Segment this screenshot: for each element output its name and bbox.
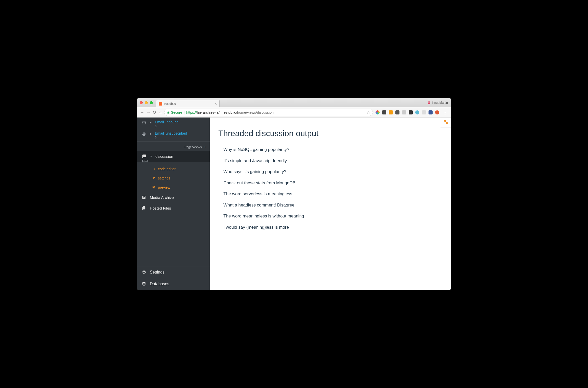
thread-node: Why is NoSQL gaining popularity? [223, 144, 442, 155]
home-button[interactable]: ⌂ [159, 110, 162, 115]
traffic-lights [140, 101, 153, 104]
extension-icon[interactable] [409, 110, 413, 114]
lock-icon [167, 111, 170, 114]
back-button[interactable]: ← [140, 110, 144, 115]
view-type-badge: html [137, 160, 210, 164]
collection-count: 0 [155, 125, 206, 128]
profile-indicator[interactable]: Knut Martin [427, 98, 448, 107]
hand-icon [141, 131, 147, 136]
database-icon [141, 282, 147, 286]
chat-icon [141, 154, 147, 159]
url-protocol: https:// [186, 110, 197, 114]
browser-tab[interactable]: restdb.io × [156, 100, 220, 107]
sidebar-item-label: Databases [150, 282, 169, 286]
chevron-down-icon: ▼ [150, 155, 152, 158]
extension-icon[interactable] [376, 110, 380, 114]
thread-node: The word meaningless is without meaning [223, 210, 442, 222]
sidebar-item-databases[interactable]: Databases [137, 278, 210, 290]
files-icon [141, 206, 147, 210]
secure-indicator: Secure [167, 110, 182, 114]
gears-icon [443, 119, 448, 125]
thread-node: I would say (meaning)less is more [223, 222, 442, 233]
sidebar-item-media-archive[interactable]: Media Archive [137, 192, 210, 203]
sidebar-item-label: Settings [150, 270, 165, 275]
add-view-button[interactable]: + [204, 145, 206, 149]
tab-close-button[interactable]: × [215, 102, 217, 106]
caret-right-icon: ▶ [150, 120, 152, 124]
browser-menu-button[interactable]: ⋮ [442, 110, 448, 115]
sidebar: ▶ Email_inbound 0 ▶ Email_unsubscribed 0… [137, 118, 210, 290]
sidebar-item-hosted-files[interactable]: Hosted Files [137, 203, 210, 213]
tab-strip: restdb.io × [156, 98, 448, 107]
subnav-code-editor[interactable]: code editor [137, 164, 210, 174]
url-path: /home/views/discussion [236, 110, 274, 114]
extension-icon[interactable] [429, 110, 433, 114]
thread-node: What a headless comment! Disagree. [223, 199, 442, 211]
subnav-label: code editor [158, 167, 176, 171]
subnav-label: preview [158, 185, 170, 189]
main-content: Threaded discussion output Why is NoSQL … [210, 118, 451, 290]
extension-icon[interactable] [402, 110, 406, 114]
window-zoom-button[interactable] [150, 101, 153, 104]
browser-window: restdb.io × Knut Martin ← → ⟳ ⌂ Secure |… [137, 98, 451, 290]
wrench-icon [152, 176, 155, 180]
thread-node: Who says it's gaining popularity? [223, 166, 442, 177]
extension-icon[interactable] [415, 110, 419, 114]
page-settings-button[interactable] [440, 118, 451, 127]
forward-button[interactable]: → [146, 110, 151, 115]
extension-icons: ⋮ [376, 110, 448, 115]
page-title: Threaded discussion output [210, 118, 451, 144]
sidebar-item-label: discussion [155, 154, 173, 159]
content-area: ▶ Email_inbound 0 ▶ Email_unsubscribed 0… [137, 118, 451, 290]
collection-name: Email_unsubscribed [155, 131, 206, 135]
sidebar-footer: Settings Databases [137, 266, 210, 290]
subnav-preview[interactable]: preview [137, 183, 210, 192]
tab-title: restdb.io [164, 102, 176, 106]
thread-node: Check out these stats from MongoDB [223, 177, 442, 188]
sidebar-item-label: Hosted Files [150, 206, 171, 210]
thread-node: It's simple and Javascript friendly [223, 155, 442, 166]
window-minimize-button[interactable] [145, 101, 148, 104]
pages-views-header: Pages/views + [137, 143, 210, 151]
divider [137, 141, 210, 142]
subnav-label: settings [158, 176, 170, 180]
code-icon [152, 167, 155, 171]
window-close-button[interactable] [140, 101, 143, 104]
collection-row[interactable]: ▶ Email_inbound 0 [137, 118, 210, 129]
reload-button[interactable]: ⟳ [153, 110, 157, 115]
thread-node: The word serverless is meaningless [223, 188, 442, 199]
url-host: hierarchies-fa4f.restdb.io [197, 110, 236, 114]
thread-container: Why is NoSQL gaining popularity?It's sim… [210, 144, 451, 240]
favicon-icon [159, 102, 162, 106]
collection-count: 0 [155, 136, 206, 139]
external-link-icon [152, 186, 155, 189]
extension-icon[interactable] [395, 110, 399, 114]
gear-icon [141, 270, 147, 275]
extension-icon[interactable] [435, 110, 439, 114]
bookmark-star-icon[interactable]: ☆ [367, 110, 370, 115]
profile-icon [427, 101, 431, 105]
sidebar-item-settings[interactable]: Settings [137, 266, 210, 278]
nav-buttons: ← → ⟳ ⌂ [140, 110, 162, 115]
image-icon [141, 195, 147, 200]
profile-name: Knut Martin [432, 101, 448, 105]
collection-row[interactable]: ▶ Email_unsubscribed 0 [137, 129, 210, 140]
browser-toolbar: ← → ⟳ ⌂ Secure | https://hierarchies-fa4… [137, 107, 451, 118]
extension-icon[interactable] [389, 110, 393, 114]
sidebar-item-label: Media Archive [150, 195, 174, 200]
caret-right-icon: ▶ [150, 131, 152, 135]
pages-views-label: Pages/views [184, 145, 202, 149]
secure-label: Secure [171, 110, 182, 114]
collection-name: Email_inbound [155, 120, 206, 124]
subnav-settings[interactable]: settings [137, 174, 210, 183]
extension-icon[interactable] [382, 110, 386, 114]
extension-icon[interactable] [422, 110, 426, 114]
mail-icon [141, 120, 147, 125]
window-titlebar: restdb.io × Knut Martin [137, 98, 451, 107]
address-bar[interactable]: Secure | https://hierarchies-fa4f.restdb… [164, 109, 373, 116]
